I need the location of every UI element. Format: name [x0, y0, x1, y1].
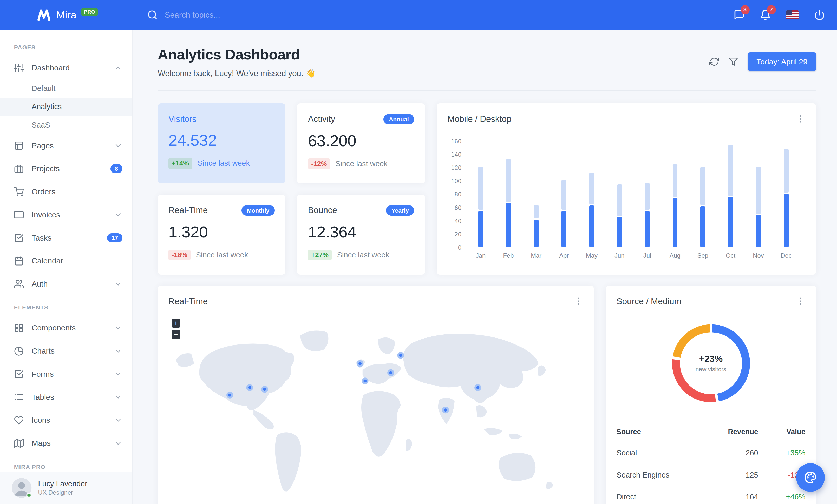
bar-may[interactable] [578, 141, 606, 247]
refresh-icon[interactable] [709, 57, 719, 67]
page-header: Analytics Dashboard Welcome back, Lucy! … [158, 46, 816, 78]
map-marker[interactable] [443, 408, 448, 413]
bar-sep[interactable] [689, 141, 717, 247]
map-marker[interactable] [247, 385, 252, 390]
bar-oct[interactable] [717, 141, 745, 247]
map-marker[interactable] [228, 393, 232, 397]
messages-button[interactable]: 3 [733, 10, 745, 20]
layout-icon [14, 141, 24, 150]
bar-aug[interactable] [661, 141, 689, 247]
sidebar-nav: PAGES Dashboard DefaultAnalyticsSaaS Pag… [0, 30, 132, 472]
bar-jan[interactable] [467, 141, 495, 247]
brand-link[interactable]: Mira PRO [36, 7, 133, 23]
map-marker[interactable] [358, 361, 362, 366]
stat-period-badge: Yearly [386, 205, 414, 216]
x-tick-label: Jan [467, 252, 495, 259]
date-range-button[interactable]: Today: April 29 [748, 53, 816, 71]
stat-card-real-time: Real-Time Monthly 1.320 -18% Since last … [158, 194, 285, 275]
map-marker[interactable] [398, 353, 403, 358]
heart-icon [14, 415, 24, 425]
sign-out-button[interactable] [814, 10, 825, 20]
x-tick-label: Aug [661, 252, 689, 259]
more-vertical-icon[interactable] [796, 114, 805, 124]
zoom-out-button[interactable]: − [172, 330, 180, 339]
bottom-grid: Real-Time + − Source / Medium [158, 286, 816, 504]
stat-title: Activity [308, 114, 335, 124]
table-row-direct: Direct 164 +46% [617, 486, 805, 504]
more-vertical-icon[interactable] [574, 296, 583, 306]
sidebar-item-analytics[interactable]: Analytics [0, 98, 132, 116]
bar-jun[interactable] [606, 141, 634, 247]
sidebar-item-tasks[interactable]: Tasks17 [0, 226, 132, 249]
sidebar-user[interactable]: Lucy Lavender UX Designer [0, 472, 132, 504]
chevron-down-icon [114, 439, 122, 448]
user-name: Lucy Lavender [38, 480, 87, 488]
status-dot [26, 492, 32, 498]
avatar [12, 478, 32, 498]
sidebar-item-components[interactable]: Components [0, 316, 132, 339]
sidebar-item-calendar[interactable]: Calendar [0, 249, 132, 273]
y-tick-label: 160 [451, 138, 462, 145]
stat-value: 1.320 [168, 223, 275, 241]
stat-card-bounce: Bounce Yearly 12.364 +27% Since last wee… [297, 194, 425, 275]
stat-caption: Since last week [196, 251, 248, 259]
filter-icon[interactable] [729, 57, 738, 67]
cell-revenue: 260 [698, 442, 758, 464]
sidebar-item-auth[interactable]: Auth [0, 273, 132, 296]
shopping-cart-icon [14, 187, 24, 197]
search-input[interactable] [165, 11, 326, 20]
sidebar-item-dashboard[interactable]: Dashboard [0, 56, 132, 79]
sidebar-item-tables[interactable]: Tables [0, 386, 132, 409]
world-map[interactable] [168, 314, 583, 504]
x-tick-label: Mar [522, 252, 550, 259]
briefcase-icon [14, 164, 24, 173]
map-marker[interactable] [388, 370, 393, 375]
source-medium-donut [666, 318, 756, 408]
column-source: Source [617, 422, 698, 442]
bar-chart-x-axis: JanFebMarAprMayJunJulAugSepOctNovDec [467, 252, 800, 259]
map-zoom-controls: + − [172, 319, 180, 339]
stat-delta-badge: +27% [308, 250, 332, 260]
notifications-button[interactable]: 7 [760, 10, 771, 20]
map-marker[interactable] [362, 378, 368, 384]
source-table: Source Revenue Value Social 260 +35% Sea… [617, 422, 805, 504]
chevron-down-icon [114, 324, 122, 332]
bar-jul[interactable] [634, 141, 661, 247]
sidebar-item-projects[interactable]: Projects8 [0, 157, 132, 180]
sidebar-item-invoices[interactable]: Invoices [0, 203, 132, 226]
sidebar-item-maps[interactable]: Maps [0, 432, 132, 455]
chevron-down-icon [114, 141, 122, 150]
bar-chart-columns [467, 141, 800, 247]
navbar-actions: 3 7 [733, 10, 825, 20]
more-vertical-icon[interactable] [796, 296, 805, 306]
bar-dec[interactable] [772, 141, 800, 247]
sidebar-item-forms[interactable]: Forms [0, 363, 132, 386]
sidebar-item-pages[interactable]: Pages [0, 134, 132, 157]
map-icon [14, 438, 24, 448]
bar-feb[interactable] [495, 141, 522, 247]
sidebar-item-default[interactable]: Default [0, 79, 132, 98]
theme-settings-button[interactable] [796, 463, 824, 491]
sidebar: PAGES Dashboard DefaultAnalyticsSaaS Pag… [0, 30, 132, 504]
table-row-search-engines: Search Engines 125 -12% [617, 464, 805, 486]
map-marker[interactable] [476, 385, 480, 390]
stat-title: Visitors [168, 114, 197, 124]
bar-nov[interactable] [745, 141, 772, 247]
chevron-down-icon [114, 370, 122, 378]
bar-apr[interactable] [550, 141, 578, 247]
x-tick-label: Feb [495, 252, 522, 259]
sidebar-item-icons[interactable]: Icons [0, 409, 132, 432]
user-role: UX Designer [38, 489, 87, 496]
bar-mar[interactable] [522, 141, 550, 247]
language-button[interactable] [786, 11, 799, 19]
mobile-desktop-chart: 160140120100806040200 [447, 141, 805, 259]
zoom-in-button[interactable]: + [172, 319, 180, 328]
stat-period-badge: Annual [384, 114, 414, 124]
stat-value: 12.364 [308, 223, 414, 241]
header-divider [158, 90, 816, 91]
map-marker[interactable] [262, 387, 267, 392]
sidebar-item-orders[interactable]: Orders [0, 180, 132, 203]
sidebar-item-charts[interactable]: Charts [0, 339, 132, 363]
top-navbar: Mira PRO 3 7 [0, 0, 837, 30]
sidebar-item-saas[interactable]: SaaS [0, 116, 132, 134]
